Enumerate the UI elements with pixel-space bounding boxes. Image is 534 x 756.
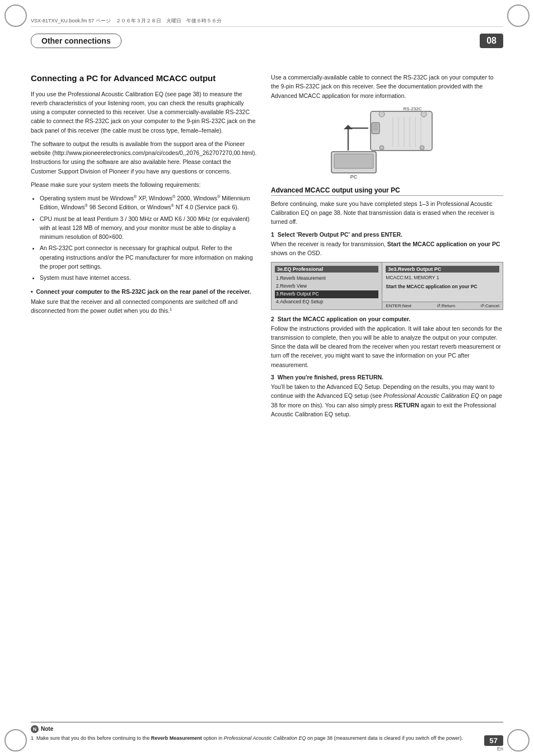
osd-footer-enter: ENTER:Next (386, 303, 411, 308)
corner-decoration-tl (4, 4, 27, 27)
file-meta: VSX-81TXV_KU.book.fm 57 ページ ２０６年３月２８日 火曜… (31, 17, 222, 25)
step-2-title: 2 Start the MCACC application on your co… (271, 316, 503, 322)
step-1-body: When the receiver is ready for transmiss… (271, 240, 503, 258)
osd-right-title: 3e3.Reverb Output PC (386, 266, 499, 273)
osd-footer: ENTER:Next ↺:Return ↺:Cancel (382, 302, 503, 309)
main-content: Connecting a PC for Advanced MCACC outpu… (31, 62, 503, 711)
osd-screenshot: 3e.EQ Professional 1.Reverb Measurement … (271, 262, 503, 310)
page-number: 57 (484, 735, 503, 746)
corner-decoration-tr (507, 4, 530, 27)
requirement-item-1: Operating system must be Windows® XP, Wi… (40, 194, 257, 212)
requirement-item-4: System must have internet access. (40, 273, 257, 282)
requirement-item-3: An RS-232C port connector is necessary f… (40, 243, 257, 271)
diagram-svg: RS-232C PC (315, 106, 460, 179)
osd-left-title: 3e.EQ Professional (275, 266, 378, 273)
step-2-body: Follow the instructions provided with th… (271, 324, 503, 369)
sub-section-title: Advanced MCACC output using your PC (271, 186, 503, 196)
svg-text:PC: PC (350, 174, 357, 179)
chapter-number: 08 (480, 34, 503, 48)
svg-point-20 (420, 145, 424, 150)
note-header: N Note (31, 725, 503, 733)
note-section: N Note 1 Make sure that you do this befo… (31, 722, 503, 742)
osd-footer-return-left: ↺:Return (437, 303, 455, 308)
osd-footer-cancel: ↺:Cancel (480, 303, 499, 308)
right-intro: Use a commercially-available cable to co… (271, 73, 503, 100)
svg-rect-11 (334, 154, 373, 168)
corner-decoration-br (507, 729, 530, 752)
note-text: 1 Make sure that you do this before cont… (31, 735, 503, 742)
header-bar: VSX-81TXV_KU.book.fm 57 ページ ２０６年３月２８日 火曜… (31, 16, 503, 27)
rs232c-diagram: RS-232C PC (271, 106, 503, 179)
requirements-intro: Please make sure your system meets the f… (31, 180, 257, 189)
svg-text:RS-232C: RS-232C (403, 106, 421, 111)
step-3-title: 3 When you're finished, press RETURN. (271, 374, 503, 381)
step-3-body: You'll be taken to the Advanced EQ Setup… (271, 382, 503, 419)
chapter-title: Other connections (31, 34, 121, 48)
osd-right-wrapper: 3e3.Reverb Output PC MCACC:M1. MEMORY 1 … (382, 262, 503, 309)
requirements-list: Operating system must be Windows® XP, Wi… (40, 194, 257, 282)
right-column: Use a commercially-available cable to co… (271, 62, 503, 711)
osd-left-panel: 3e.EQ Professional 1.Reverb Measurement … (271, 262, 382, 309)
osd-menu-item-3: 3.Reverb Output PC (275, 290, 378, 298)
osd-right-message: Start the MCACC application on your PC (386, 284, 499, 290)
svg-point-8 (421, 111, 427, 117)
osd-right-value: MCACC:M1. MEMORY 1 (386, 275, 499, 280)
note-icon: N (31, 725, 39, 733)
osd-menu-item-1: 1.Reverb Measurement (275, 275, 378, 283)
page-number-area: 57 En (484, 735, 503, 752)
chapter-header: Other connections 08 (31, 34, 503, 48)
left-para2: The software to output the results is av… (31, 139, 257, 176)
svg-marker-9 (344, 125, 353, 129)
corner-decoration-bl (4, 729, 27, 752)
step-1-title: 1 Select 'Reverb Output PC' and press EN… (271, 231, 503, 238)
svg-point-7 (379, 111, 385, 117)
connect-instruction-body: Make sure that the receiver and all conn… (31, 297, 257, 316)
osd-menu-item-4: 4.Advanced EQ Setup (275, 298, 378, 306)
sub-intro: Before continuing, make sure you have co… (271, 199, 503, 227)
note-label: Note (41, 726, 53, 732)
section-title: Connecting a PC for Advanced MCACC outpu… (31, 73, 257, 84)
footnote-ref: 1 (170, 307, 172, 311)
osd-right-panel: 3e3.Reverb Output PC MCACC:M1. MEMORY 1 … (382, 262, 503, 302)
page-lang: En (484, 746, 503, 752)
left-para1: If you use the Professional Acoustic Cal… (31, 90, 257, 135)
connect-instruction-bold: • Connect your computer to the RS-232C j… (31, 288, 257, 295)
left-column: Connecting a PC for Advanced MCACC outpu… (31, 62, 257, 711)
requirement-item-2: CPU must be at least Pentium 3 / 300 MHz… (40, 214, 257, 242)
osd-menu-item-2: 2.Reverb View (275, 283, 378, 290)
svg-point-19 (380, 145, 384, 150)
